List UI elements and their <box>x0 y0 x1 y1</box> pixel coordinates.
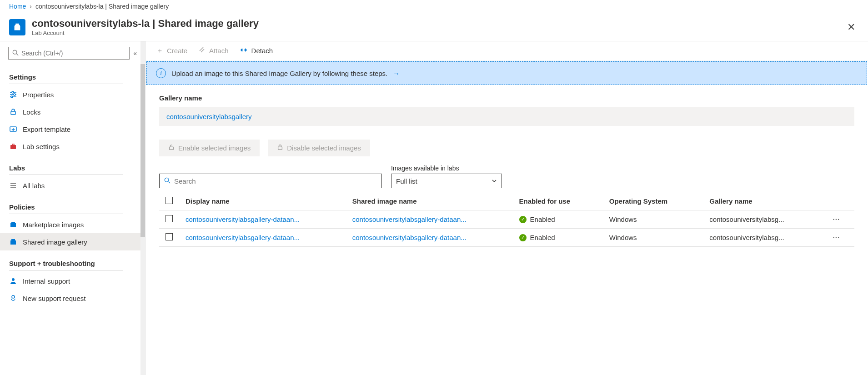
svg-point-3 <box>12 91 14 93</box>
col-shared-name[interactable]: Shared image name <box>346 192 513 210</box>
close-button[interactable]: ✕ <box>843 20 859 35</box>
col-gallery[interactable]: Gallery name <box>703 192 826 210</box>
detach-button[interactable]: Detach <box>240 46 273 55</box>
breadcrumb-current: contosouniversitylabs-la | Shared image … <box>35 3 169 10</box>
breadcrumb-home[interactable]: Home <box>9 3 26 10</box>
table-row[interactable]: contosouniversitylabsgallery-dataan... c… <box>159 229 854 247</box>
main-content: ＋ Create Attach Detach i Upload an image… <box>146 41 868 375</box>
breadcrumb: Home › contosouniversitylabs-la | Shared… <box>0 0 868 13</box>
info-banner: i Upload an image to this Shared Image G… <box>146 61 867 85</box>
sidebar-item-internal-support[interactable]: Internal support <box>0 272 145 290</box>
sidebar-item-marketplace-images[interactable]: Marketplace images <box>0 216 145 233</box>
support-icon <box>9 294 17 302</box>
search-icon <box>164 177 171 185</box>
sidebar-item-label: Internal support <box>23 277 70 285</box>
chevron-down-icon <box>492 177 497 185</box>
sidebar-item-export-template[interactable]: Export template <box>0 120 145 138</box>
svg-point-18 <box>12 295 15 298</box>
sidebar: « Settings Properties Locks Export templ… <box>0 41 146 375</box>
section-support: Support + troubleshooting <box>0 254 145 269</box>
sidebar-item-locks[interactable]: Locks <box>0 103 145 120</box>
attach-button[interactable]: Attach <box>198 46 229 55</box>
sidebar-item-label: Locks <box>23 108 40 116</box>
select-all-checkbox[interactable] <box>166 197 173 204</box>
sidebar-item-properties[interactable]: Properties <box>0 86 145 103</box>
cell-shared-name[interactable]: contosouniversitylabsgallery-dataan... <box>346 210 513 229</box>
export-icon <box>9 125 17 133</box>
lab-account-icon <box>9 19 25 35</box>
check-icon: ✓ <box>519 216 527 223</box>
gallery-icon <box>9 238 17 246</box>
col-enabled[interactable]: Enabled for use <box>513 192 603 210</box>
sidebar-item-all-labs[interactable]: All labs <box>0 177 145 194</box>
svg-rect-13 <box>10 145 16 149</box>
divider <box>9 270 123 270</box>
row-checkbox[interactable] <box>166 215 173 222</box>
chevron-right-icon: › <box>30 3 32 10</box>
scrollbar-thumb[interactable] <box>140 64 145 237</box>
disable-selected-button[interactable]: Disable selected images <box>268 140 370 156</box>
col-os[interactable]: Operating System <box>603 192 703 210</box>
create-button[interactable]: ＋ Create <box>156 46 187 55</box>
image-search-input[interactable] <box>174 177 377 185</box>
svg-rect-11 <box>11 111 15 115</box>
col-display-name[interactable]: Display name <box>179 192 346 210</box>
svg-point-6 <box>14 94 15 95</box>
divider <box>9 84 123 84</box>
sidebar-item-label: Marketplace images <box>23 221 84 229</box>
banner-text: Upload an image to this Shared Image Gal… <box>171 70 387 77</box>
section-policies: Policies <box>0 198 145 213</box>
button-label: Enable selected images <box>178 144 251 152</box>
gallery-name-box: contosouniversitylabsgallery <box>159 107 854 126</box>
sidebar-item-label: Lab settings <box>23 143 60 150</box>
dropdown-value: Full list <box>396 177 417 185</box>
sidebar-item-label: Export template <box>23 125 70 133</box>
sidebar-item-label: New support request <box>23 295 85 302</box>
cell-gallery: contosouniversitylabsg... <box>703 210 826 229</box>
svg-point-17 <box>12 278 15 281</box>
search-icon <box>12 50 19 57</box>
toolbar: ＋ Create Attach Detach <box>146 41 868 60</box>
svg-point-21 <box>165 178 169 182</box>
svg-line-22 <box>169 181 171 183</box>
sidebar-search[interactable] <box>8 47 130 60</box>
svg-rect-19 <box>170 147 174 150</box>
cell-os: Windows <box>603 229 703 247</box>
svg-point-0 <box>13 50 17 54</box>
row-more-button[interactable]: ··· <box>833 215 840 223</box>
detach-icon <box>240 46 248 55</box>
image-search[interactable] <box>159 174 382 188</box>
table-row[interactable]: contosouniversitylabsgallery-dataan... c… <box>159 210 854 229</box>
sidebar-item-shared-image-gallery[interactable]: Shared image gallery <box>0 233 145 250</box>
page-title: contosouniversitylabs-la | Shared image … <box>32 18 259 30</box>
cell-display-name[interactable]: contosouniversitylabsgallery-dataan... <box>179 229 346 247</box>
dropdown-label: Images available in labs <box>391 165 502 172</box>
sidebar-item-new-support-request[interactable]: New support request <box>0 290 145 307</box>
images-filter-dropdown[interactable]: Full list <box>391 174 502 188</box>
plus-icon: ＋ <box>156 46 163 55</box>
arrow-right-icon[interactable]: → <box>393 70 400 77</box>
cell-gallery: contosouniversitylabsg... <box>703 229 826 247</box>
button-label: Disable selected images <box>287 144 361 152</box>
row-checkbox[interactable] <box>166 233 173 240</box>
gallery-name-link[interactable]: contosouniversitylabsgallery <box>166 113 252 120</box>
person-icon <box>9 277 17 285</box>
enable-selected-button[interactable]: Enable selected images <box>159 140 260 156</box>
sidebar-item-lab-settings[interactable]: Lab settings <box>0 138 145 155</box>
cell-shared-name[interactable]: contosouniversitylabsgallery-dataan... <box>346 229 513 247</box>
cell-display-name[interactable]: contosouniversitylabsgallery-dataan... <box>179 210 346 229</box>
sidebar-item-label: Shared image gallery <box>23 238 87 246</box>
images-table: Display name Shared image name Enabled f… <box>159 192 854 247</box>
tool-label: Attach <box>209 47 229 55</box>
sidebar-item-label: Properties <box>23 91 54 99</box>
divider <box>9 175 123 175</box>
sidebar-search-input[interactable] <box>21 50 125 57</box>
row-more-button[interactable]: ··· <box>833 234 840 241</box>
check-icon: ✓ <box>519 234 527 241</box>
gallery-name-label: Gallery name <box>159 94 854 102</box>
unlock-icon <box>168 144 175 152</box>
page-header: contosouniversitylabs-la | Shared image … <box>0 13 868 41</box>
collapse-sidebar-button[interactable]: « <box>133 50 137 57</box>
briefcase-icon <box>9 142 17 150</box>
tool-label: Create <box>167 47 187 55</box>
